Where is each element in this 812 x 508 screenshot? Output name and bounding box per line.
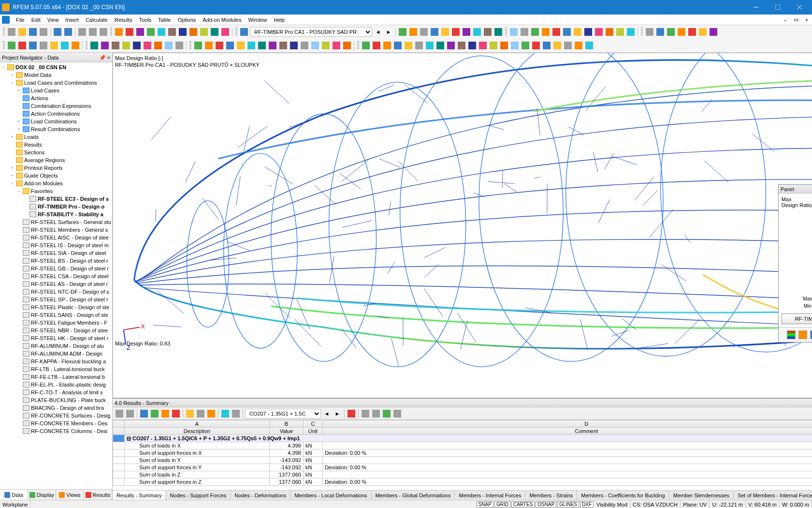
tb-icon[interactable] bbox=[89, 41, 99, 50]
tb-icon[interactable] bbox=[462, 27, 471, 37]
menu-options[interactable]: Options bbox=[174, 15, 199, 25]
tree-node[interactable]: +Result Combinations bbox=[1, 125, 111, 133]
panel-icon[interactable] bbox=[810, 330, 812, 339]
tb-icon[interactable] bbox=[530, 27, 540, 37]
tb-icon[interactable] bbox=[655, 27, 665, 37]
tb-icon[interactable] bbox=[139, 409, 149, 418]
tab-data[interactable]: Data bbox=[0, 490, 28, 500]
tb-icon[interactable] bbox=[478, 41, 488, 50]
tb-icon[interactable] bbox=[239, 27, 249, 37]
results-combo[interactable]: RF-TIMBER Pro CA1 - POSUDKY SAD PR bbox=[250, 27, 372, 37]
prev-icon[interactable]: ◄ bbox=[373, 27, 383, 37]
tb-icon[interactable] bbox=[414, 41, 424, 50]
tree-node[interactable]: RF-STEEL Members - General s bbox=[1, 226, 111, 234]
tree-node[interactable]: RF-STEEL Plastic - Design of ste bbox=[1, 303, 111, 311]
combo-loadcase[interactable]: CO207 - 1.35G1 + 1.5C bbox=[245, 409, 321, 418]
tb-icon[interactable] bbox=[430, 27, 439, 37]
tree-node[interactable]: −Add-on Modules bbox=[1, 179, 111, 187]
tb-icon[interactable] bbox=[451, 27, 461, 37]
grip-icon[interactable] bbox=[86, 41, 87, 50]
grip-icon[interactable] bbox=[641, 28, 643, 36]
tb-icon[interactable] bbox=[645, 27, 654, 37]
tb-icon[interactable] bbox=[398, 27, 407, 37]
grip-icon[interactable] bbox=[357, 41, 359, 50]
tb-icon[interactable] bbox=[204, 41, 214, 50]
tree-node[interactable]: +Load Combinations bbox=[1, 118, 111, 125]
tb-icon[interactable] bbox=[371, 409, 381, 418]
tb-icon[interactable] bbox=[174, 41, 184, 50]
dxf-button[interactable]: DXF bbox=[580, 501, 594, 508]
tb-icon[interactable] bbox=[499, 41, 509, 50]
mdi-min-icon[interactable]: – bbox=[780, 15, 791, 24]
menu-calculate[interactable]: Calculate bbox=[82, 15, 111, 25]
grid-button[interactable]: GRID bbox=[494, 501, 510, 508]
tb-icon[interactable] bbox=[196, 409, 205, 418]
tb-icon[interactable] bbox=[220, 27, 230, 37]
tree-node[interactable]: −Favorites bbox=[1, 187, 111, 195]
tb-icon[interactable] bbox=[157, 27, 166, 37]
tree-node[interactable]: RF-STEEL CSA - Design of steel bbox=[1, 272, 111, 280]
tb-icon[interactable] bbox=[489, 41, 498, 50]
tb-icon[interactable] bbox=[531, 41, 541, 50]
tb-icon[interactable] bbox=[626, 27, 636, 37]
tb-icon[interactable] bbox=[17, 41, 27, 50]
tb-icon[interactable] bbox=[562, 27, 572, 37]
tb-icon[interactable] bbox=[698, 27, 708, 37]
tree-node[interactable]: RF-STEEL Surfaces - General stu bbox=[1, 218, 111, 226]
tb-icon[interactable] bbox=[278, 41, 288, 50]
grip-icon[interactable] bbox=[505, 28, 507, 36]
menu-results[interactable]: Results bbox=[111, 15, 136, 25]
undo-icon[interactable] bbox=[53, 27, 62, 37]
tree-node[interactable]: Sections bbox=[1, 149, 111, 156]
tree-node[interactable]: RF-STEEL AS - Design of steel r bbox=[1, 280, 111, 288]
mdi-close-icon[interactable]: × bbox=[801, 15, 812, 24]
tb-icon[interactable] bbox=[206, 409, 216, 418]
tb-icon[interactable] bbox=[408, 27, 418, 37]
tree-node[interactable]: RF-EL-PL - Elastic-plastic desig bbox=[1, 381, 111, 388]
tb-icon[interactable] bbox=[541, 27, 551, 37]
excel-icon[interactable] bbox=[382, 409, 392, 418]
redo-icon[interactable] bbox=[63, 27, 73, 37]
mdi-restore-icon[interactable]: ▭ bbox=[791, 15, 801, 24]
tree-node[interactable]: RF-TIMBER Pro - Design o bbox=[1, 203, 111, 210]
tb-icon[interactable] bbox=[552, 41, 562, 50]
tb-icon[interactable] bbox=[687, 27, 697, 37]
tb-icon[interactable] bbox=[382, 41, 392, 50]
menu-view[interactable]: View bbox=[44, 15, 62, 25]
tree-node[interactable]: RF-CONCRETE Members - Des bbox=[1, 419, 111, 427]
tree-node[interactable]: RF-STEEL EC3 - Design of s bbox=[1, 195, 111, 203]
tree-node[interactable]: RF-CONCRETE Columns - Desi bbox=[1, 427, 111, 435]
cut-icon[interactable] bbox=[77, 27, 87, 37]
tb-icon[interactable] bbox=[574, 41, 583, 50]
tb-icon[interactable] bbox=[457, 41, 466, 50]
grip-icon[interactable] bbox=[3, 41, 5, 50]
tb-icon[interactable] bbox=[199, 27, 209, 37]
tree-node[interactable]: Actions bbox=[1, 94, 111, 102]
tb-icon[interactable] bbox=[236, 41, 246, 50]
grid-row[interactable]: Sum of support forces in X4.398kNDeviati… bbox=[113, 449, 812, 457]
tree-node[interactable]: RF-STEEL BS - Design of steel r bbox=[1, 257, 111, 265]
tab-display[interactable]: Display bbox=[28, 490, 56, 500]
tb-icon[interactable] bbox=[361, 41, 371, 50]
tb-icon[interactable] bbox=[185, 409, 195, 418]
tb-icon[interactable] bbox=[300, 41, 309, 50]
close-button[interactable] bbox=[788, 0, 810, 15]
tree-node[interactable]: PLATE-BUCKLING - Plate buck bbox=[1, 396, 111, 404]
results-tab[interactable]: Results - Summary bbox=[113, 491, 166, 500]
tb-icon[interactable] bbox=[150, 409, 160, 418]
tree-node[interactable]: RF-STEEL GB - Design of steel r bbox=[1, 265, 111, 272]
tb-icon[interactable] bbox=[132, 41, 142, 50]
tb-icon[interactable] bbox=[171, 409, 181, 418]
tree-node[interactable]: RF-STEEL SIA - Design of steel bbox=[1, 249, 111, 257]
tb-icon[interactable] bbox=[153, 41, 163, 50]
tb-icon[interactable] bbox=[246, 41, 256, 50]
tb-icon[interactable] bbox=[100, 41, 110, 50]
panel-icon[interactable] bbox=[798, 330, 807, 339]
tb-icon[interactable] bbox=[121, 41, 131, 50]
tab-results[interactable]: Results bbox=[84, 490, 112, 500]
tree[interactable]: −DOX 02 _00 CSN EN−Model Data−Load Cases… bbox=[0, 62, 112, 489]
tree-node[interactable]: RF-STEEL NBR - Design of stee bbox=[1, 327, 111, 334]
tree-node[interactable]: −Model Data bbox=[1, 71, 111, 79]
grip-icon[interactable] bbox=[189, 41, 191, 50]
tb-icon[interactable] bbox=[483, 27, 493, 37]
